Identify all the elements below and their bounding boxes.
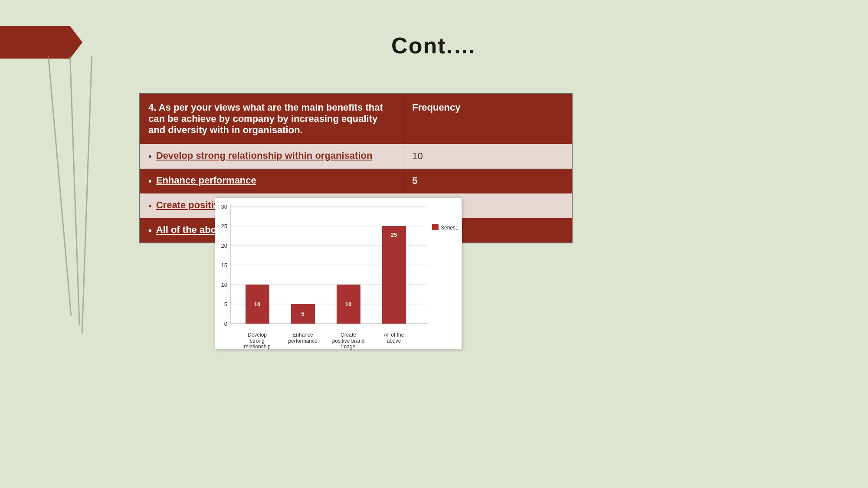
bar-chart: 30 25 20 15 10 5 0 10 · Develop strong r… xyxy=(215,198,462,350)
y-label-0: 0 xyxy=(224,321,227,327)
frequency-header: Frequency xyxy=(403,94,572,144)
bullet-icon: • xyxy=(148,151,152,162)
x-label-2-line2: performance xyxy=(288,338,318,344)
bullet-icon: • xyxy=(148,176,152,187)
x-label-4-line2: above xyxy=(387,338,401,344)
row-1-label: Develop strong relationship within organ… xyxy=(156,150,373,161)
row-2-label: Enhance performance xyxy=(156,175,256,186)
x-label-3-line3: image xyxy=(341,344,356,350)
x-label-3-line2: positive brand xyxy=(332,338,365,344)
x-label-1-line2: strong xyxy=(250,338,264,344)
row-2-item: • Enhance performance xyxy=(139,169,403,193)
legend-color xyxy=(432,224,439,230)
y-label-20: 20 xyxy=(221,242,227,249)
question-header: 4. As per your views what are the main b… xyxy=(139,94,403,144)
y-label-5: 5 xyxy=(224,301,227,308)
table-row: • Develop strong relationship within org… xyxy=(139,144,572,169)
decorative-line-1 xyxy=(48,56,72,316)
legend-label: Series1 xyxy=(441,225,459,231)
bullet-icon: • xyxy=(148,225,152,236)
decorative-line-2 xyxy=(69,56,80,325)
row-2-frequency: 5 xyxy=(403,169,572,193)
decorative-line-3 xyxy=(82,56,92,334)
x-tick-3: · xyxy=(339,327,340,332)
x-label-2-line1: Enhance xyxy=(292,332,313,338)
x-label-3-line1: Create xyxy=(341,332,356,338)
bar-4-label: 25 xyxy=(391,232,397,238)
decorative-lines xyxy=(22,56,130,360)
y-label-30: 30 xyxy=(221,203,227,210)
y-label-10: 10 xyxy=(221,282,227,288)
x-label-1-line3: relationship xyxy=(244,344,271,350)
x-label-4-line1: All of the xyxy=(384,332,404,338)
chart-container: 30 25 20 15 10 5 0 10 · Develop strong r… xyxy=(215,197,462,349)
table-header-row: 4. As per your views what are the main b… xyxy=(139,94,572,144)
page-title: Cont.… xyxy=(0,33,868,59)
table-row: • Enhance performance 5 xyxy=(139,169,572,193)
y-label-25: 25 xyxy=(221,223,227,229)
bullet-icon: • xyxy=(148,200,152,212)
y-label-15: 15 xyxy=(221,262,227,269)
bar-2-label: 5 xyxy=(301,311,304,317)
row-1-item: • Develop strong relationship within org… xyxy=(139,144,403,169)
x-label-1-line1: Develop xyxy=(248,332,267,338)
bar-4 xyxy=(382,226,406,324)
row-1-frequency: 10 xyxy=(403,144,572,169)
bar-1-label: 10 xyxy=(254,301,260,308)
bar-3-label: 10 xyxy=(345,301,351,308)
